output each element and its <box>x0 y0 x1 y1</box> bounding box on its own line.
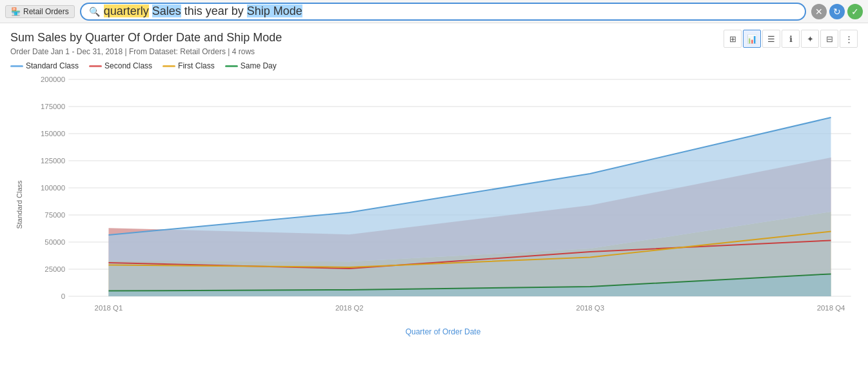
store-icon: 🏪 <box>11 7 21 16</box>
top-bar: 🏪 Retail Orders 🔍 quarterly Sales this y… <box>0 0 868 23</box>
close-button[interactable]: ✕ <box>811 4 827 19</box>
legend: Standard Class Second Class First Class … <box>10 61 858 70</box>
x-axis-label: Quarter of Order Date <box>28 327 858 336</box>
svg-text:125000: 125000 <box>41 157 65 165</box>
legend-standard-class: Standard Class <box>10 61 79 70</box>
svg-text:175000: 175000 <box>41 103 65 110</box>
info-button[interactable]: ℹ <box>782 30 800 48</box>
legend-same-day: Same Day <box>225 61 277 70</box>
search-word-quarterly: quarterly <box>104 5 149 17</box>
search-icon: 🔍 <box>89 6 100 17</box>
more-button[interactable]: ⋮ <box>840 30 858 48</box>
y-axis-label: Standard Class <box>15 180 23 229</box>
bar-chart-button[interactable]: 📊 <box>743 30 761 48</box>
legend-first-class: First Class <box>163 61 215 70</box>
svg-text:50000: 50000 <box>44 238 65 246</box>
svg-text:75000: 75000 <box>44 211 65 219</box>
retail-orders-label: Retail Orders <box>23 7 69 16</box>
chart-area: Standard Class 200000 175000 150000 1250… <box>10 73 858 336</box>
svg-text:2018 Q1: 2018 Q1 <box>95 304 123 312</box>
search-word-thisyear: this year by <box>184 5 247 17</box>
list-view-button[interactable]: ☰ <box>762 30 780 48</box>
search-word-sales: Sales <box>152 5 181 17</box>
bookmark-button[interactable]: ✦ <box>801 30 819 48</box>
standard-class-area <box>108 117 831 296</box>
svg-text:150000: 150000 <box>41 130 65 138</box>
svg-text:2018 Q3: 2018 Q3 <box>576 304 604 312</box>
search-text: quarterly Sales this year by Ship Mode <box>104 5 302 18</box>
legend-second-class: Second Class <box>89 61 152 70</box>
chart-svg: 200000 175000 150000 125000 100000 75000… <box>28 73 858 325</box>
save-button[interactable]: ✓ <box>847 4 863 19</box>
search-bar[interactable]: 🔍 quarterly Sales this year by Ship Mode <box>80 3 806 21</box>
search-word-shipmode: Ship Mode <box>247 5 302 17</box>
retail-orders-button[interactable]: 🏪 Retail Orders <box>5 5 75 18</box>
refresh-button[interactable]: ↻ <box>829 4 845 19</box>
svg-text:25000: 25000 <box>44 265 65 273</box>
chart-subtitle: Order Date Jan 1 - Dec 31, 2018 | From D… <box>10 47 858 56</box>
export-button[interactable]: ⊟ <box>820 30 838 48</box>
svg-text:200000: 200000 <box>41 76 65 83</box>
table-view-button[interactable]: ⊞ <box>724 30 742 48</box>
top-right-controls: ✕ ↻ ✓ <box>811 4 863 19</box>
chart-toolbar: ⊞ 📊 ☰ ℹ ✦ ⊟ ⋮ <box>724 30 858 48</box>
svg-text:2018 Q2: 2018 Q2 <box>335 304 364 312</box>
svg-text:0: 0 <box>61 292 65 300</box>
svg-text:2018 Q4: 2018 Q4 <box>817 304 845 312</box>
svg-text:100000: 100000 <box>41 184 65 192</box>
